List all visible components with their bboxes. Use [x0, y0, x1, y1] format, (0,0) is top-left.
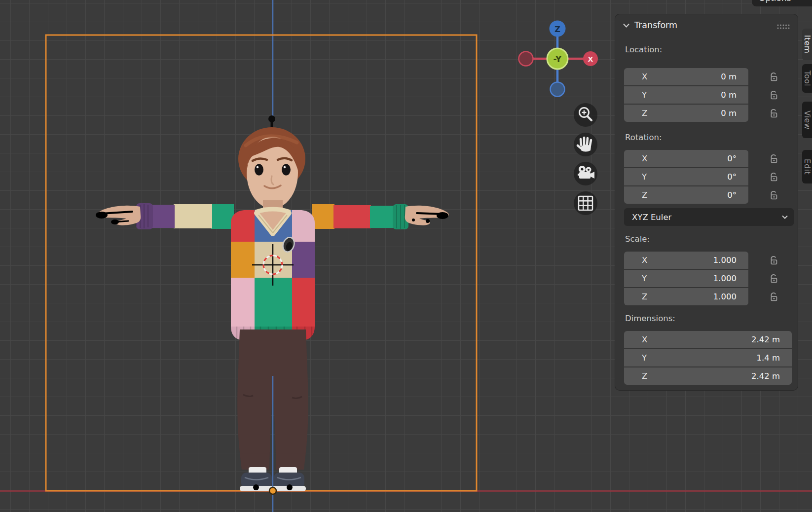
- scale-x-field[interactable]: X 1.000: [624, 252, 748, 269]
- viewport-controls: [574, 103, 597, 215]
- rotation-locks: [765, 149, 782, 204]
- dimensions-fields: X 2.42 m Y 1.4 m Z 2.42 m: [624, 331, 792, 385]
- sidebar-tab-edit[interactable]: Edit: [802, 150, 812, 183]
- navigation-gizmo[interactable]: Z -Y X: [519, 21, 598, 97]
- gizmo-neg-x-axis-ball[interactable]: [519, 52, 533, 66]
- transform-panel-header[interactable]: Transform: [623, 20, 677, 30]
- location-x-lock-button[interactable]: [765, 68, 782, 86]
- lock-open-icon: [768, 273, 779, 284]
- location-section-label: Location:: [625, 45, 662, 54]
- svg-text:-Y: -Y: [554, 54, 562, 64]
- rotation-x-field[interactable]: X 0°: [624, 150, 748, 167]
- scale-z-field[interactable]: Z 1.000: [624, 288, 748, 305]
- lock-open-icon: [768, 90, 779, 101]
- projection-toggle-button[interactable]: [574, 191, 597, 215]
- location-z-lock-button[interactable]: [765, 104, 782, 122]
- scale-z-lock-button[interactable]: [765, 288, 782, 306]
- left-arm: [96, 203, 234, 229]
- rotation-y-field[interactable]: Y 0°: [624, 168, 748, 185]
- location-y-field[interactable]: Y 0 m: [624, 86, 748, 104]
- dimensions-z-field[interactable]: Z 2.42 m: [624, 367, 792, 385]
- location-fields: X 0 m Y 0 m Z 0 m: [624, 68, 748, 122]
- lock-open-icon: [768, 255, 779, 266]
- neck-shadow: [263, 200, 283, 207]
- rotation-fields: X 0° Y 0° Z 0°: [624, 150, 748, 204]
- lock-open-icon: [768, 153, 779, 164]
- svg-text:X: X: [588, 55, 593, 63]
- tab-label: Tool: [803, 71, 812, 86]
- rotation-z-lock-button[interactable]: [765, 186, 782, 204]
- panel-grip-icon[interactable]: [777, 24, 790, 29]
- sidebar-tab-item[interactable]: Item: [802, 29, 812, 60]
- scale-y-lock-button[interactable]: [765, 269, 782, 288]
- zoom-button[interactable]: [574, 103, 597, 127]
- rotation-mode-dropdown[interactable]: XYZ Euler: [624, 208, 794, 226]
- left-eye: [255, 164, 263, 176]
- lock-open-icon: [768, 292, 779, 302]
- scale-x-lock-button[interactable]: [765, 251, 782, 269]
- blender-3d-viewport-screen: Z -Y X: [0, 0, 812, 512]
- gizmo-neg-y-axis-ball[interactable]: -Y: [547, 48, 568, 69]
- lock-open-icon: [768, 108, 779, 119]
- tab-label: Item: [803, 35, 812, 53]
- object-origin-point[interactable]: [269, 487, 276, 494]
- lock-open-icon: [768, 190, 779, 201]
- right-foot-bone-tip: [287, 484, 293, 490]
- panel-title: Transform: [634, 20, 677, 30]
- right-arm: [312, 204, 449, 229]
- tab-label: Edit: [803, 159, 812, 175]
- location-locks: [765, 68, 782, 122]
- transform-panel: Transform Location: X 0 m Y 0 m Z 0 m: [615, 14, 798, 391]
- gizmo-z-axis-ball[interactable]: Z: [550, 21, 566, 37]
- dimensions-section-label: Dimensions:: [625, 314, 675, 323]
- pan-button[interactable]: [574, 133, 597, 156]
- scale-section-label: Scale:: [625, 234, 650, 244]
- chevron-down-icon: [782, 215, 788, 219]
- lock-open-icon: [768, 172, 779, 183]
- right-eye: [282, 164, 291, 176]
- options-label: Options: [759, 0, 791, 3]
- rotation-y-lock-button[interactable]: [765, 168, 782, 186]
- tab-label: View: [803, 110, 812, 130]
- location-z-field[interactable]: Z 0 m: [624, 105, 748, 122]
- left-eye-glint: [257, 166, 258, 168]
- rotation-x-lock-button[interactable]: [765, 149, 782, 168]
- left-foot-bone-tip: [253, 484, 259, 490]
- scale-locks: [765, 251, 782, 306]
- gizmo-x-axis-ball[interactable]: X: [583, 51, 598, 66]
- scale-fields: X 1.000 Y 1.000 Z 1.000: [624, 252, 748, 305]
- rotation-section-label: Rotation:: [625, 133, 662, 142]
- right-eye-glint: [284, 166, 286, 168]
- armature-head-bone-tip: [268, 115, 275, 122]
- panel-expand-chevron-icon: [623, 23, 629, 28]
- svg-text:Z: Z: [554, 25, 560, 34]
- sidebar-tab-tool[interactable]: Tool: [802, 64, 812, 93]
- gizmo-neg-z-axis-ball[interactable]: [551, 82, 565, 97]
- dimensions-y-field[interactable]: Y 1.4 m: [624, 349, 792, 366]
- dimensions-x-field[interactable]: X 2.42 m: [624, 331, 792, 348]
- rotation-mode-value: XYZ Euler: [624, 213, 671, 222]
- rotation-z-field[interactable]: Z 0°: [624, 186, 748, 204]
- camera-view-button[interactable]: [574, 162, 597, 185]
- location-y-lock-button[interactable]: [765, 86, 782, 104]
- options-button[interactable]: Options: [752, 0, 812, 6]
- location-x-field[interactable]: X 0 m: [624, 68, 748, 85]
- scale-y-field[interactable]: Y 1.000: [624, 270, 748, 287]
- lock-open-icon: [768, 72, 779, 82]
- sidebar-tab-view[interactable]: View: [802, 102, 812, 138]
